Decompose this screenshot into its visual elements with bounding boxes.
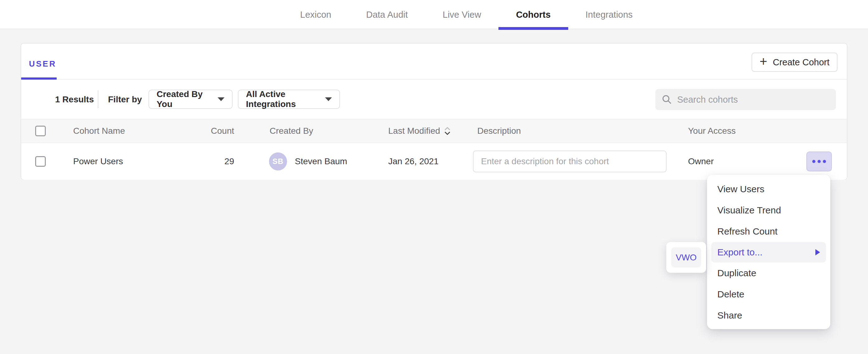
select-all-checkbox[interactable] xyxy=(35,126,46,136)
chevron-down-icon xyxy=(218,97,224,101)
search-cohorts-box[interactable] xyxy=(655,89,836,110)
submenu-arrow-icon xyxy=(815,249,820,255)
menu-item-duplicate[interactable]: Duplicate xyxy=(707,262,830,284)
export-submenu: VWO xyxy=(666,242,706,273)
nav-tab-cohorts[interactable]: Cohorts xyxy=(498,0,568,29)
cohort-name-link[interactable]: Power Users xyxy=(73,157,123,166)
table-header-row: Cohort Name Count Created By Last Modifi… xyxy=(21,119,847,143)
nav-tab-integrations[interactable]: Integrations xyxy=(568,0,650,29)
cohorts-page: Lexicon Data Audit Live View Cohorts Int… xyxy=(0,0,868,354)
header-last-modified[interactable]: Last Modified xyxy=(388,126,451,136)
menu-item-refresh-count[interactable]: Refresh Count xyxy=(707,221,830,242)
dots-menu-icon xyxy=(823,160,826,163)
nav-tab-lexicon[interactable]: Lexicon xyxy=(283,0,349,29)
created-by-name: Steven Baum xyxy=(295,157,347,166)
cohort-type-tabstrip: USER + Create Cohort xyxy=(21,43,847,79)
chevron-down-icon xyxy=(325,97,332,101)
row-actions-menu: View Users Visualize Trend Refresh Count… xyxy=(707,175,830,329)
menu-item-export-to[interactable]: Export to... xyxy=(711,242,826,262)
header-cohort-name: Cohort Name xyxy=(73,126,125,136)
header-your-access: Your Access xyxy=(688,126,736,136)
created-by-dropdown-value: Created By You xyxy=(157,89,211,109)
tab-user-underline xyxy=(21,77,57,79)
menu-item-share[interactable]: Share xyxy=(707,305,830,326)
integrations-dropdown-value: All Active Integrations xyxy=(246,89,319,109)
header-created-by: Created By xyxy=(270,126,313,136)
access-value: Owner xyxy=(688,157,714,166)
row-actions-button[interactable] xyxy=(806,152,832,171)
avatar: SB xyxy=(269,153,287,170)
top-navigation-bar: Lexicon Data Audit Live View Cohorts Int… xyxy=(0,0,868,29)
menu-item-delete[interactable]: Delete xyxy=(707,284,830,305)
menu-item-export-to-label: Export to... xyxy=(717,247,763,258)
main-nav: Lexicon Data Audit Live View Cohorts Int… xyxy=(283,0,650,29)
cohort-count: 29 xyxy=(170,157,234,166)
menu-item-view-users[interactable]: View Users xyxy=(707,179,830,200)
table-row: Power Users 29 SB Steven Baum Jan 26, 20… xyxy=(21,143,847,180)
dots-menu-icon xyxy=(812,160,815,163)
filter-by-label: Filter by xyxy=(108,95,142,104)
integrations-dropdown[interactable]: All Active Integrations xyxy=(238,90,340,109)
created-by-dropdown[interactable]: Created By You xyxy=(149,90,232,109)
header-last-modified-label: Last Modified xyxy=(388,126,440,136)
search-icon xyxy=(661,94,672,105)
create-cohort-label: Create Cohort xyxy=(773,57,829,67)
create-cohort-button[interactable]: + Create Cohort xyxy=(751,53,837,72)
row-checkbox[interactable] xyxy=(35,156,46,167)
nav-tab-data-audit[interactable]: Data Audit xyxy=(349,0,425,29)
sort-icon xyxy=(444,126,451,136)
header-count: Count xyxy=(170,126,234,136)
menu-item-visualize-trend[interactable]: Visualize Trend xyxy=(707,200,830,221)
search-input[interactable] xyxy=(677,95,830,105)
results-count: 1 Results xyxy=(55,95,94,104)
cohorts-card: USER + Create Cohort 1 Results Filter by… xyxy=(21,43,847,180)
submenu-item-vwo[interactable]: VWO xyxy=(671,247,701,267)
filter-divider xyxy=(98,90,98,108)
last-modified-date: Jan 26, 2021 xyxy=(388,157,439,166)
nav-tab-live-view[interactable]: Live View xyxy=(425,0,499,29)
dots-menu-icon xyxy=(817,160,821,163)
description-input[interactable] xyxy=(473,151,666,172)
header-description: Description xyxy=(477,126,521,136)
tab-user[interactable]: USER xyxy=(29,59,56,69)
